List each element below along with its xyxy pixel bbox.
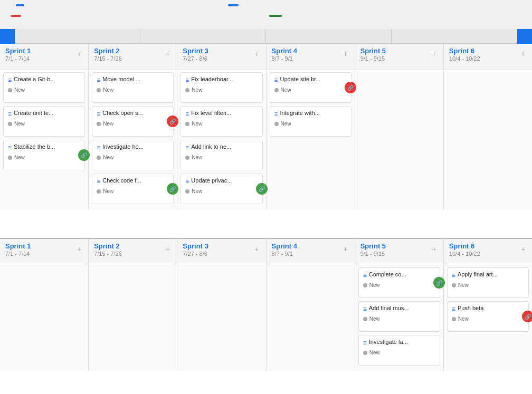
link-badge[interactable]: 🔗 <box>433 277 445 289</box>
task-card[interactable]: ≡ Fix leaderboar... New <box>180 72 262 103</box>
status-label: New <box>458 282 469 288</box>
sprint-add-button[interactable]: + <box>518 49 528 59</box>
sprint-add-button[interactable]: + <box>163 49 173 59</box>
sprint-col-5: Sprint 6 10/4 - 10/22 + <box>444 239 532 265</box>
card-status: New <box>8 155 80 160</box>
sprint-name: Sprint 2 <box>94 242 172 250</box>
card-title: ≡ Check open s... <box>97 110 169 118</box>
sprint-add-button[interactable]: + <box>518 244 528 254</box>
doc-icon: ≡ <box>185 110 189 118</box>
task-card[interactable]: ≡ Complete co... New 🔗 <box>358 267 440 298</box>
doc-icon: ≡ <box>97 76 100 84</box>
sprint-row-bottom: Sprint 1 7/1 - 7/14 + Sprint 2 7/15 - 7/… <box>0 239 532 265</box>
sprint-add-button[interactable]: + <box>341 49 350 59</box>
sprint-add-button[interactable]: + <box>74 49 84 59</box>
sprint-dates: 10/4 - 10/22 <box>449 251 527 257</box>
doc-icon: ≡ <box>185 76 189 84</box>
cards-area-bottom: ≡ Complete co... New 🔗 ≡ Add final mus..… <box>0 265 532 394</box>
task-card[interactable]: ≡ Investigate la... New <box>358 335 440 366</box>
card-title-text: Check open s... <box>102 110 142 116</box>
status-label: New <box>281 121 291 127</box>
status-dot <box>452 283 456 287</box>
sprint-add-button[interactable]: + <box>163 244 173 254</box>
next-button[interactable] <box>517 29 532 44</box>
status-dot <box>97 189 101 194</box>
month-header <box>0 29 532 44</box>
task-card[interactable]: ≡ Update privac... New 🔗 <box>180 174 262 204</box>
sprint-name: Sprint 1 <box>5 242 83 250</box>
sprint-name: Sprint 5 <box>360 242 438 250</box>
sprint-dates: 7/27 - 8/6 <box>183 251 260 257</box>
sprint-add-button[interactable]: + <box>74 244 84 254</box>
sprint-col-2: Sprint 3 7/27 - 8/6 + <box>177 239 266 265</box>
task-card[interactable]: ≡ Update site br... New 🔗 <box>270 72 352 103</box>
task-card[interactable]: ≡ Integrate with... New <box>270 106 352 137</box>
doc-icon: ≡ <box>8 144 12 151</box>
card-title-text: Apply final art... <box>458 271 498 277</box>
status-label: New <box>369 316 380 322</box>
doc-icon: ≡ <box>274 110 278 118</box>
link-badge[interactable]: 🔗 <box>256 183 268 195</box>
doc-icon: ≡ <box>363 272 367 279</box>
sprint-add-button[interactable]: + <box>430 244 439 254</box>
sprint-col-3: Sprint 4 8/7 - 9/1 + <box>267 239 355 265</box>
status-dot <box>97 156 101 160</box>
card-title-text: Update privac... <box>191 177 232 184</box>
sprint-row-top: Sprint 1 7/1 - 7/14 + Sprint 2 7/15 - 7/… <box>0 44 532 70</box>
task-card[interactable]: ≡ Add final mus... New <box>358 301 440 332</box>
task-card[interactable]: ≡ Check code f... New 🔗 <box>92 174 174 204</box>
task-card[interactable]: ≡ Create a Git-b... New <box>3 72 85 103</box>
sprint-add-button[interactable]: + <box>341 244 350 254</box>
link-badge[interactable]: 🔗 <box>167 183 178 195</box>
task-card[interactable]: ≡ Check open s... New 🔗 <box>92 106 174 137</box>
status-dot <box>185 122 189 126</box>
task-card[interactable]: ≡ Create unit te... New <box>3 106 85 137</box>
badge-today[interactable] <box>16 4 24 6</box>
sprint-col-0: Sprint 1 7/1 - 7/14 + <box>0 239 89 265</box>
sprint-col-1: Sprint 2 7/15 - 7/26 + <box>89 44 177 70</box>
cards-col-2: ≡ Fix leaderboar... New ≡ Fix level filt… <box>177 70 266 209</box>
sprint-add-button[interactable]: + <box>252 244 262 254</box>
badge-beta[interactable] <box>228 4 239 6</box>
sprint-col-1: Sprint 2 7/15 - 7/26 + <box>89 239 177 265</box>
sprint-add-button[interactable]: + <box>430 49 439 59</box>
card-status: New <box>8 87 80 93</box>
card-title-text: Investigate ho... <box>102 143 144 150</box>
card-title: ≡ Create unit te... <box>8 110 80 118</box>
link-badge[interactable]: 🔗 <box>78 149 90 161</box>
month-august <box>140 29 266 43</box>
task-card[interactable]: ≡ Add link to ne... New <box>180 140 262 170</box>
status-dot <box>185 88 189 92</box>
cards-col-0 <box>0 265 89 371</box>
task-card[interactable]: ≡ Push beta New 🔗 <box>447 301 529 332</box>
status-dot <box>8 156 12 160</box>
status-label: New <box>192 155 202 160</box>
card-title-text: Integrate with... <box>280 110 320 116</box>
link-badge[interactable]: 🔗 <box>345 82 356 93</box>
task-card[interactable]: ≡ Stabilize the b... New 🔗 <box>3 140 85 170</box>
link-badge[interactable]: 🔗 <box>167 116 178 127</box>
task-card[interactable]: ≡ Apply final art... New <box>447 267 529 298</box>
card-title-text: Add final mus... <box>369 305 409 311</box>
card-status: New <box>185 87 258 93</box>
card-status: New <box>274 121 347 127</box>
card-title-text: Fix leaderboar... <box>191 76 233 82</box>
task-card[interactable]: ≡ Investigate ho... New <box>92 140 174 170</box>
card-title: ≡ Investigate la... <box>363 339 435 347</box>
status-label: New <box>369 282 380 288</box>
card-title: ≡ Add final mus... <box>363 305 435 313</box>
card-title: ≡ Push beta <box>452 305 524 313</box>
link-badge[interactable]: 🔗 <box>522 311 532 322</box>
cards-col-1 <box>89 265 177 371</box>
card-title: ≡ Complete co... <box>363 271 435 279</box>
sprint-add-button[interactable]: + <box>252 49 262 59</box>
status-dot <box>363 351 367 355</box>
prev-button[interactable] <box>0 29 15 44</box>
sprint-dates: 7/15 - 7/26 <box>94 55 172 62</box>
card-title-text: Create unit te... <box>14 110 53 116</box>
badge-chiffchella[interactable] <box>11 15 21 17</box>
task-card[interactable]: ≡ Move model ... New <box>92 72 174 103</box>
task-card[interactable]: ≡ Fix level filteri... New <box>180 106 262 137</box>
status-label: New <box>103 87 113 93</box>
card-title: ≡ Update privac... <box>185 177 258 185</box>
